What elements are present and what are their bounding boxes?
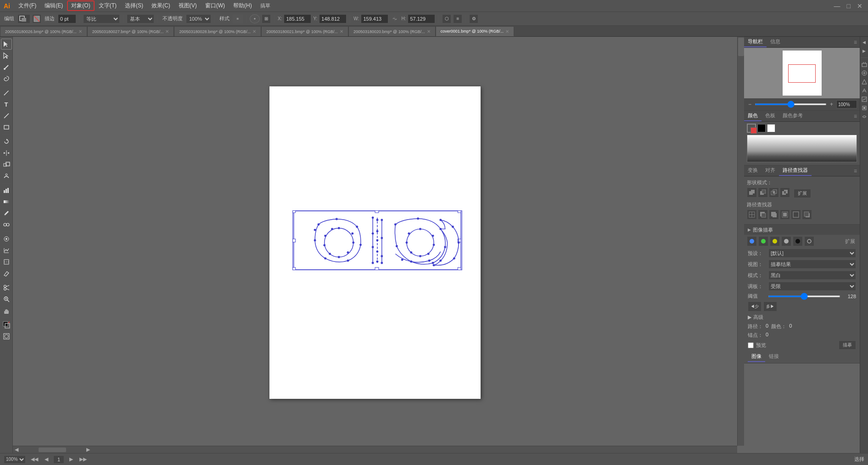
tool-rotate[interactable] (1, 136, 12, 147)
divide-icon[interactable] (747, 210, 757, 220)
menu-file[interactable]: 文件(F) (15, 1, 40, 11)
trim-icon[interactable] (758, 210, 768, 220)
tab-close-1[interactable]: ✕ (165, 29, 169, 34)
nav-first-btn[interactable]: ◀◀ (29, 456, 39, 462)
w-input[interactable]: 159.413 (361, 14, 388, 23)
black-swatch[interactable] (757, 124, 766, 132)
crop-icon[interactable] (780, 210, 790, 220)
h-scroll-thumb[interactable] (39, 448, 66, 452)
pf-menu-btn[interactable]: ≡ (851, 168, 860, 174)
menu-help[interactable]: 帮助(H) (230, 1, 256, 11)
tab-close-4[interactable]: ✕ (427, 29, 431, 34)
step-forward-btn[interactable]: 多▶ (763, 301, 777, 312)
panel-collapse-btn[interactable]: ◀ (861, 39, 868, 46)
tab-0[interactable]: 200503180026.bmp* @ 100% (RGB/... ✕ (0, 26, 87, 36)
vertical-scrollbar[interactable] (737, 37, 744, 446)
tab-info[interactable]: 信息 (767, 37, 784, 47)
zoom-slider[interactable] (755, 103, 827, 105)
tool-screen-mode[interactable] (1, 331, 12, 342)
tab-swatches[interactable]: 色板 (762, 111, 779, 121)
line-style-select[interactable]: 等比 (83, 14, 120, 23)
zoom-out-icon[interactable]: − (747, 101, 753, 108)
menu-edit[interactable]: 编辑(E) (41, 1, 67, 11)
preset-select[interactable]: [默认] (768, 249, 856, 258)
preview-label[interactable]: 预览 (756, 342, 766, 349)
canvas-paper[interactable] (269, 86, 481, 399)
ri-btn-2[interactable] (861, 69, 868, 77)
horizontal-scrollbar[interactable]: ◀ ▶ (13, 446, 737, 453)
y-input[interactable]: 148.812 (319, 14, 347, 23)
tab-3[interactable]: 200503180021.bmp* @ 100% (RGB/... ✕ (261, 26, 348, 36)
tab-navigator[interactable]: 导航栏 (744, 37, 767, 47)
tab-align[interactable]: 对齐 (762, 165, 779, 176)
trace-grayscale[interactable] (781, 236, 791, 246)
zoom-select[interactable]: 100% (4, 455, 26, 464)
tool-hand[interactable] (1, 305, 12, 316)
trace-auto-color[interactable] (747, 236, 757, 246)
tool-eyedropper[interactable] (1, 208, 12, 219)
exclude-icon[interactable] (780, 187, 790, 198)
tool-selection[interactable] (1, 39, 12, 50)
tab-color-ref[interactable]: 颜色参考 (779, 111, 806, 121)
mode-select[interactable]: 黑白 (768, 271, 856, 280)
minus-back-icon[interactable] (802, 210, 812, 220)
tool-gradient[interactable] (1, 196, 12, 207)
menu-text[interactable]: 文字(T) (95, 1, 120, 11)
step-back-btn[interactable]: ◀少 (748, 301, 762, 312)
grid-icon[interactable]: ⊞ (262, 14, 271, 23)
menu-effect[interactable]: 效果(C) (148, 1, 174, 11)
tab-transform[interactable]: 变换 (744, 165, 762, 176)
x-input[interactable]: 185.155 (284, 14, 311, 23)
white-swatch[interactable] (767, 124, 775, 132)
panel-expand-btn[interactable]: ▶ (861, 47, 868, 55)
intersect-icon[interactable] (769, 187, 779, 198)
close-btn[interactable]: ✕ (855, 2, 864, 10)
minus-front-icon[interactable] (758, 187, 768, 198)
tab-color[interactable]: 颜色 (744, 111, 762, 121)
unite-icon[interactable] (747, 187, 757, 198)
threshold-slider[interactable] (768, 295, 840, 297)
scroll-right-btn[interactable]: ▶ (84, 447, 92, 453)
merge-icon[interactable] (769, 210, 779, 220)
ri-btn-6[interactable] (861, 104, 868, 112)
tab-pathfinder[interactable]: 路径查找器 (779, 165, 812, 176)
opacity-select[interactable]: 100% (186, 14, 211, 23)
trace-bw[interactable] (793, 236, 803, 246)
menu-object[interactable]: 对象(O) (67, 1, 94, 11)
trace-button[interactable]: 描摹 (839, 340, 856, 350)
tool-line[interactable] (1, 110, 12, 121)
trace-low-color[interactable] (770, 236, 780, 246)
tab-close-3[interactable]: ✕ (340, 29, 343, 34)
tool-type[interactable]: T (1, 99, 12, 110)
fill-btn[interactable] (32, 14, 41, 23)
canvas-area[interactable]: ◀ ▶ (13, 37, 744, 453)
transform-icon[interactable]: ⬡ (442, 14, 451, 23)
h-input[interactable]: 57.129 (408, 14, 435, 23)
tool-zoom[interactable] (1, 294, 12, 305)
palette-select[interactable]: 受限 (768, 282, 856, 291)
tool-lasso[interactable] (1, 73, 12, 84)
align-icon[interactable]: ≡ (453, 14, 462, 23)
scroll-left-btn[interactable]: ◀ (13, 447, 20, 453)
tool-eraser[interactable] (1, 268, 12, 279)
style-btn[interactable]: ■ (233, 14, 243, 23)
view-select[interactable]: 描摹结果 (768, 260, 856, 269)
tool-graph[interactable] (1, 185, 12, 196)
stroke-input[interactable]: 0 pt (58, 14, 76, 23)
expand-btn[interactable]: 扩展 (843, 238, 857, 245)
trace-outline[interactable] (804, 236, 814, 246)
tool-warp[interactable] (1, 170, 12, 181)
expand-button[interactable]: 扩展 (794, 189, 811, 198)
zoom-input[interactable]: 100% (836, 100, 857, 108)
stroke-indicator[interactable] (747, 124, 756, 133)
ri-btn-4[interactable] (861, 87, 868, 94)
tab-link[interactable]: 链接 (765, 352, 783, 362)
menu-view[interactable]: 视图(V) (175, 1, 201, 11)
preview-checkbox[interactable] (748, 342, 754, 348)
trace-high-color[interactable] (758, 236, 768, 246)
tool-slice[interactable] (1, 256, 12, 267)
ri-btn-1[interactable] (861, 61, 868, 68)
color-menu-btn[interactable]: ≡ (851, 113, 860, 119)
circle-icon[interactable]: ● (250, 14, 260, 23)
menu-select[interactable]: 选择(S) (121, 1, 147, 11)
